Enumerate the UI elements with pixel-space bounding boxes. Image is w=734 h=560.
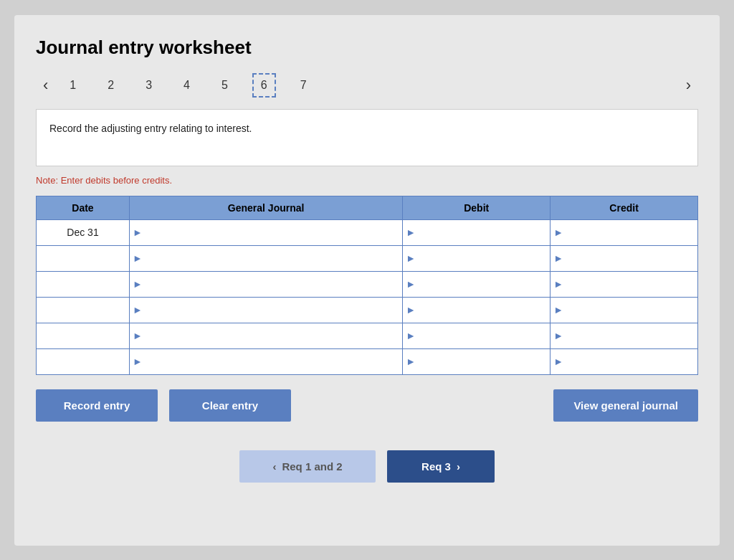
col-header-debit: Debit — [403, 196, 550, 219]
date-cell-6 — [37, 348, 130, 374]
table-row: ► ► ► — [37, 271, 698, 297]
credit-cell-3[interactable]: ► — [550, 271, 698, 297]
instruction-text: Record the adjusting entry relating to i… — [49, 123, 252, 134]
req-prev-arrow: ‹ — [272, 460, 276, 473]
debit-arrow-5: ► — [403, 330, 419, 341]
credit-input-6[interactable] — [566, 349, 697, 374]
journal-arrow-1: ► — [130, 227, 146, 238]
debit-cell-4[interactable]: ► — [403, 297, 550, 323]
credit-input-5[interactable] — [566, 323, 697, 348]
debit-arrow-3: ► — [403, 278, 419, 290]
nav-num-3[interactable]: 3 — [138, 75, 159, 96]
col-header-journal: General Journal — [130, 196, 403, 219]
journal-input-1[interactable] — [146, 220, 402, 245]
nav-row: ‹ 1 2 3 4 5 6 7 › — [36, 73, 698, 98]
journal-cell-4[interactable]: ► — [130, 297, 403, 323]
journal-arrow-3: ► — [130, 278, 146, 290]
journal-input-6[interactable] — [146, 349, 402, 374]
journal-arrow-6: ► — [130, 356, 146, 367]
journal-arrow-4: ► — [130, 304, 146, 315]
note-text: Note: Enter debits before credits. — [36, 175, 698, 186]
debit-input-3[interactable] — [419, 272, 550, 297]
date-cell-3 — [37, 271, 130, 297]
record-entry-button[interactable]: Record entry — [36, 389, 158, 422]
debit-input-5[interactable] — [419, 323, 550, 348]
journal-cell-1[interactable]: ► — [130, 219, 403, 245]
journal-input-2[interactable] — [146, 246, 402, 271]
clear-entry-button[interactable]: Clear entry — [169, 389, 291, 422]
credit-arrow-1: ► — [550, 227, 566, 238]
col-header-credit: Credit — [550, 196, 698, 219]
nav-num-2[interactable]: 2 — [100, 75, 121, 96]
journal-cell-3[interactable]: ► — [130, 271, 403, 297]
table-row: ► ► ► — [37, 348, 698, 374]
credit-input-2[interactable] — [566, 246, 697, 271]
prev-arrow[interactable]: ‹ — [36, 73, 55, 98]
credit-cell-5[interactable]: ► — [550, 323, 698, 348]
col-header-date: Date — [37, 196, 130, 219]
journal-input-3[interactable] — [146, 272, 402, 297]
date-cell-1: Dec 31 — [37, 219, 130, 245]
bottom-nav: ‹ Req 1 and 2 Req 3 › — [36, 443, 698, 483]
date-cell-4 — [37, 297, 130, 323]
credit-arrow-3: ► — [550, 278, 566, 290]
req-next-arrow: › — [457, 460, 460, 473]
credit-cell-4[interactable]: ► — [550, 297, 698, 323]
table-row: ► ► ► — [37, 245, 698, 271]
debit-input-4[interactable] — [419, 298, 550, 323]
main-container: Journal entry worksheet ‹ 1 2 3 4 5 6 7 … — [14, 15, 720, 546]
credit-input-3[interactable] — [566, 272, 697, 297]
nav-numbers: 1 2 3 4 5 6 7 — [55, 73, 678, 98]
action-buttons: Record entry Clear entry View general jo… — [36, 389, 698, 422]
req-prev-label: Req 1 and 2 — [282, 460, 342, 473]
instruction-box: Record the adjusting entry relating to i… — [36, 109, 698, 166]
table-row: Dec 31 ► ► ► — [37, 219, 698, 245]
view-general-journal-button[interactable]: View general journal — [553, 389, 698, 422]
nav-num-6[interactable]: 6 — [252, 73, 276, 98]
debit-arrow-6: ► — [403, 356, 419, 367]
debit-cell-5[interactable]: ► — [403, 323, 550, 348]
debit-cell-1[interactable]: ► — [403, 219, 550, 245]
debit-cell-3[interactable]: ► — [403, 271, 550, 297]
debit-arrow-2: ► — [403, 252, 419, 264]
credit-arrow-2: ► — [550, 252, 566, 264]
journal-cell-5[interactable]: ► — [130, 323, 403, 348]
debit-arrow-1: ► — [403, 227, 419, 238]
credit-cell-2[interactable]: ► — [550, 245, 698, 271]
debit-input-6[interactable] — [419, 349, 550, 374]
journal-arrow-5: ► — [130, 330, 146, 341]
date-cell-2 — [37, 245, 130, 271]
journal-input-5[interactable] — [146, 323, 402, 348]
credit-arrow-5: ► — [550, 330, 566, 341]
next-arrow[interactable]: › — [679, 73, 698, 98]
nav-num-7[interactable]: 7 — [293, 75, 314, 96]
req-prev-button[interactable]: ‹ Req 1 and 2 — [239, 450, 376, 483]
journal-cell-6[interactable]: ► — [130, 348, 403, 374]
req-next-button[interactable]: Req 3 › — [387, 450, 495, 483]
table-row: ► ► ► — [37, 323, 698, 348]
journal-input-4[interactable] — [146, 298, 402, 323]
debit-input-2[interactable] — [419, 246, 550, 271]
nav-num-4[interactable]: 4 — [176, 75, 197, 96]
journal-cell-2[interactable]: ► — [130, 245, 403, 271]
date-cell-5 — [37, 323, 130, 348]
credit-input-1[interactable] — [566, 220, 697, 245]
credit-cell-1[interactable]: ► — [550, 219, 698, 245]
journal-arrow-2: ► — [130, 252, 146, 264]
page-title: Journal entry worksheet — [36, 37, 698, 59]
table-row: ► ► ► — [37, 297, 698, 323]
credit-arrow-6: ► — [550, 356, 566, 367]
debit-arrow-4: ► — [403, 304, 419, 315]
req-next-label: Req 3 — [421, 460, 451, 473]
credit-input-4[interactable] — [566, 298, 697, 323]
debit-cell-2[interactable]: ► — [403, 245, 550, 271]
journal-table: Date General Journal Debit Credit Dec 31… — [36, 196, 698, 375]
nav-num-1[interactable]: 1 — [62, 75, 83, 96]
debit-cell-6[interactable]: ► — [403, 348, 550, 374]
nav-num-5[interactable]: 5 — [214, 75, 235, 96]
credit-cell-6[interactable]: ► — [550, 348, 698, 374]
credit-arrow-4: ► — [550, 304, 566, 315]
debit-input-1[interactable] — [419, 220, 550, 245]
